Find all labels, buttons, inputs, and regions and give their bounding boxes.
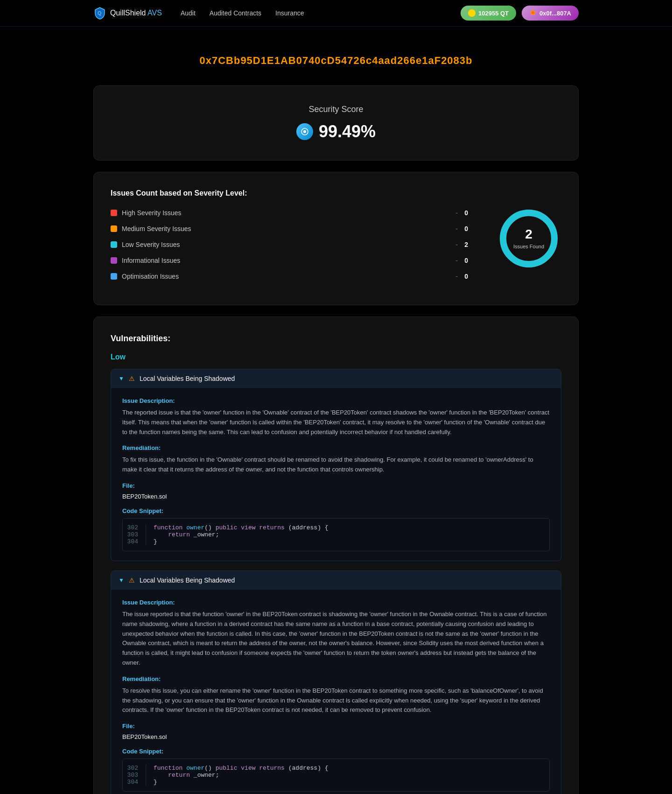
medium-severity-dash: - bbox=[455, 225, 458, 233]
code-content-1-1: function owner() public view returns (ad… bbox=[154, 524, 329, 531]
line-num-2-1: 302 bbox=[123, 765, 146, 772]
line-num-1-2: 303 bbox=[123, 531, 146, 538]
qt-balance-button[interactable]: 102955 QT bbox=[461, 6, 516, 21]
snippet-label-2: Code Snippet: bbox=[122, 748, 550, 755]
code-content-2-2: return _owner; bbox=[154, 772, 219, 779]
nav-links: Audit Audited Contracts Insurance bbox=[181, 9, 461, 17]
donut-label: Issues Found bbox=[513, 244, 544, 249]
wallet-button[interactable]: 0x0f...807A bbox=[522, 6, 579, 21]
medium-severity-count: 0 bbox=[464, 225, 468, 232]
chevron-down-icon-2: ▼ bbox=[119, 577, 124, 583]
score-icon bbox=[296, 123, 313, 140]
vuln-body-2: Issue Description: The issue reported is… bbox=[111, 590, 561, 794]
vuln-name-1: Local Variables Being Shadowed bbox=[140, 375, 235, 382]
code-line-1-2: 303 return _owner; bbox=[123, 531, 549, 538]
high-severity-label: High Severity Issues bbox=[122, 209, 449, 217]
security-score-card: Security Score 99.49% bbox=[93, 85, 579, 161]
description-text-1: The reported issue is that the 'owner' f… bbox=[122, 408, 550, 437]
vulnerabilities-title: Vulnerabilities: bbox=[111, 334, 561, 344]
score-percentage: 99.49% bbox=[319, 122, 376, 141]
vuln-header-1[interactable]: ▼ ⚠ Local Variables Being Shadowed bbox=[111, 369, 561, 388]
line-num-2-2: 303 bbox=[123, 772, 146, 779]
medium-severity-dot bbox=[111, 225, 117, 232]
code-line-2-1: 302 function owner() public view returns… bbox=[123, 765, 549, 772]
issue-row-medium: Medium Severity Issues - 0 bbox=[111, 225, 468, 233]
high-severity-dash: - bbox=[455, 209, 458, 217]
high-severity-count: 0 bbox=[464, 209, 468, 217]
informational-severity-label: Informational Issues bbox=[122, 257, 449, 264]
description-label-2: Issue Description: bbox=[122, 599, 550, 606]
donut-total: 2 bbox=[513, 227, 544, 242]
issues-left: Issues Count based on Severity Level: Hi… bbox=[111, 189, 468, 288]
contract-address: 0x7CBb95D1E1AB0740cD54726c4aad266e1aF208… bbox=[93, 55, 579, 67]
vuln-item-1: ▼ ⚠ Local Variables Being Shadowed Issue… bbox=[111, 369, 561, 561]
low-severity-count: 2 bbox=[464, 241, 468, 248]
optimisation-severity-dot bbox=[111, 273, 117, 280]
coin-icon bbox=[468, 9, 476, 17]
issue-row-optimisation: Optimisation Issues - 0 bbox=[111, 272, 468, 281]
code-block-1: 302 function owner() public view returns… bbox=[122, 518, 550, 551]
vuln-body-1: Issue Description: The reported issue is… bbox=[111, 388, 561, 561]
optimisation-severity-count: 0 bbox=[464, 273, 468, 280]
code-line-2-3: 304 } bbox=[123, 779, 549, 786]
informational-severity-count: 0 bbox=[464, 257, 468, 264]
donut-chart: 2 Issues Found bbox=[496, 206, 561, 271]
description-label-1: Issue Description: bbox=[122, 397, 550, 404]
issue-row-informational: Informational Issues - 0 bbox=[111, 256, 468, 265]
code-content-1-2: return _owner; bbox=[154, 531, 219, 538]
remediation-label-1: Remediation: bbox=[122, 444, 550, 451]
file-name-1: BEP20Token.sol bbox=[122, 493, 550, 500]
medium-severity-label: Medium Severity Issues bbox=[122, 225, 449, 232]
optimisation-severity-dash: - bbox=[455, 272, 458, 281]
remediation-label-2: Remediation: bbox=[122, 675, 550, 682]
file-name-2: BEP20Token.sol bbox=[122, 733, 550, 740]
logo-text: QuillShield AVS bbox=[110, 9, 162, 17]
code-line-1-3: 304 } bbox=[123, 538, 549, 545]
low-severity-label: Low Severity Issues bbox=[122, 241, 449, 248]
line-num-2-3: 304 bbox=[123, 779, 146, 786]
nav-actions: 102955 QT 0x0f...807A bbox=[461, 6, 579, 21]
remediation-text-2: To resolve this issue, you can either re… bbox=[122, 686, 550, 715]
quillshield-logo-icon: Q bbox=[93, 7, 106, 20]
metamask-icon bbox=[529, 9, 537, 17]
vulnerabilities-section: Vulnerabilities: Low ▼ ⚠ Local Variables… bbox=[93, 316, 579, 794]
main-content: 0x7CBb95D1E1AB0740cD54726c4aad266e1aF208… bbox=[0, 27, 672, 794]
informational-severity-dot bbox=[111, 257, 117, 264]
file-label-2: File: bbox=[122, 723, 550, 730]
low-severity-dash: - bbox=[455, 240, 458, 249]
chevron-down-icon-1: ▼ bbox=[119, 375, 124, 382]
informational-severity-dash: - bbox=[455, 256, 458, 265]
file-label-1: File: bbox=[122, 482, 550, 489]
snippet-label-1: Code Snippet: bbox=[122, 507, 550, 514]
nav-audited-contracts[interactable]: Audited Contracts bbox=[210, 9, 261, 17]
vuln-item-2: ▼ ⚠ Local Variables Being Shadowed Issue… bbox=[111, 570, 561, 794]
optimisation-severity-label: Optimisation Issues bbox=[122, 273, 449, 280]
svg-point-4 bbox=[303, 130, 306, 133]
code-content-1-3: } bbox=[154, 538, 157, 545]
code-content-2-1: function owner() public view returns (ad… bbox=[154, 765, 329, 772]
remediation-text-1: To fix this issue, the function in the '… bbox=[122, 455, 550, 475]
warning-icon-1: ⚠ bbox=[129, 375, 135, 382]
code-line-1-1: 302 function owner() public view returns… bbox=[123, 524, 549, 531]
donut-center: 2 Issues Found bbox=[513, 227, 544, 250]
nav-audit[interactable]: Audit bbox=[181, 9, 196, 17]
logo: Q QuillShield AVS bbox=[93, 7, 162, 20]
code-line-2-2: 303 return _owner; bbox=[123, 772, 549, 779]
issues-section-title: Issues Count based on Severity Level: bbox=[111, 189, 468, 197]
code-content-2-3: } bbox=[154, 779, 157, 786]
description-text-2: The issue reported is that the function … bbox=[122, 610, 550, 668]
nav-insurance[interactable]: Insurance bbox=[275, 9, 304, 17]
issues-card: Issues Count based on Severity Level: Hi… bbox=[93, 172, 579, 305]
score-title: Security Score bbox=[112, 105, 560, 114]
svg-text:Q: Q bbox=[98, 10, 102, 16]
vuln-header-2[interactable]: ▼ ⚠ Local Variables Being Shadowed bbox=[111, 571, 561, 590]
vuln-name-2: Local Variables Being Shadowed bbox=[140, 576, 235, 584]
issue-row-low: Low Severity Issues - 2 bbox=[111, 240, 468, 249]
line-num-1-1: 302 bbox=[123, 524, 146, 531]
severity-low-label: Low bbox=[111, 353, 561, 361]
high-severity-dot bbox=[111, 210, 117, 216]
qt-balance-label: 102955 QT bbox=[478, 10, 509, 17]
low-severity-dot bbox=[111, 241, 117, 248]
score-value: 99.49% bbox=[112, 122, 560, 141]
code-block-2: 302 function owner() public view returns… bbox=[122, 759, 550, 792]
